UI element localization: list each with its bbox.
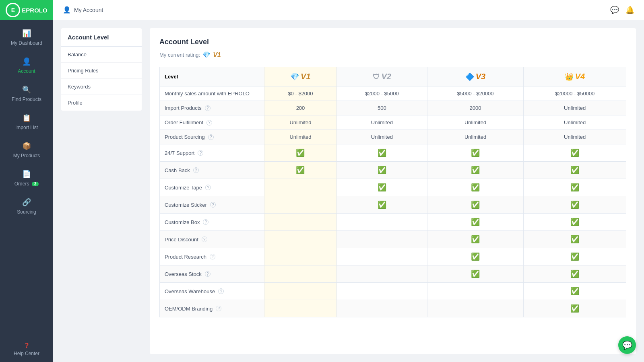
topbar-title: My Account [74, 7, 103, 13]
help-tooltip-icon[interactable]: ? [210, 254, 215, 259]
help-tooltip-icon[interactable]: ? [198, 150, 203, 156]
cell-v4: ✅ [524, 300, 626, 317]
feature-name: Monthly sales amount with EPROLO [160, 86, 264, 101]
v3-gem: 🔷 [465, 73, 474, 81]
message-icon[interactable]: 💬 [610, 6, 619, 14]
help-tooltip-icon[interactable]: ? [205, 271, 211, 277]
cell-v4: Unlimited [524, 115, 626, 130]
account-icon: 👤 [22, 57, 31, 66]
col-v3: 🔷 V3 [427, 67, 524, 86]
check-icon: ✅ [296, 166, 305, 174]
menu-item-keywords[interactable]: Keywords [61, 79, 142, 95]
check-icon: ✅ [570, 183, 579, 191]
help-tooltip-icon[interactable]: ? [210, 202, 216, 208]
topbar-user-icon: 👤 [63, 6, 71, 14]
help-label: Help Center [14, 351, 39, 356]
cell-v4: Unlimited [524, 130, 626, 144]
sidebar-item-sourcing[interactable]: 🔗 Sourcing [0, 192, 53, 220]
help-center[interactable]: ❓ Help Center [10, 337, 43, 362]
cell-v1 [264, 179, 337, 196]
table-row: Cash Back?✅✅✅✅ [160, 162, 626, 179]
check-icon: ✅ [570, 201, 579, 209]
notification-icon[interactable]: 🔔 [625, 6, 634, 14]
cell-v1 [264, 231, 337, 248]
left-menu: Account Level Balance Pricing Rules Keyw… [61, 28, 142, 354]
cell-v3: ✅ [427, 265, 524, 283]
cell-v2: Unlimited [336, 115, 427, 130]
sidebar-item-dashboard[interactable]: 📊 My Dashboard [0, 23, 53, 51]
sidebar-item-label: Account [18, 68, 35, 74]
v4-heading: V4 [575, 72, 585, 81]
menu-item-pricing-rules[interactable]: Pricing Rules [61, 63, 142, 79]
cell-v4: ✅ [524, 196, 626, 214]
menu-item-profile[interactable]: Profile [61, 95, 142, 111]
col-level: Level [160, 67, 264, 86]
cell-v4: ✅ [524, 283, 626, 300]
cell-v2 [336, 214, 427, 231]
cell-v3 [427, 300, 524, 317]
feature-name: Import Products? [160, 101, 264, 115]
sidebar-nav: 📊 My Dashboard 👤 Account 🔍 Find Products… [0, 20, 53, 337]
rating-label: My current rating: [159, 52, 200, 58]
feature-name: Price Discount? [160, 231, 264, 248]
help-tooltip-icon[interactable]: ? [206, 120, 212, 125]
right-panel: Account Level My current rating: 💎 V1 Le… [150, 28, 636, 354]
help-tooltip-icon[interactable]: ? [203, 219, 208, 225]
cell-v2: ✅ [336, 196, 427, 214]
panel-title: Account Level [159, 38, 626, 46]
feature-name: Overseas Stock? [160, 265, 264, 283]
sidebar-item-label: Import List [15, 125, 38, 130]
menu-item-balance[interactable]: Balance [61, 47, 142, 63]
feature-name: Customize Sticker? [160, 196, 264, 214]
check-icon: ✅ [378, 149, 386, 157]
feature-name: Order Fulfillment? [160, 115, 264, 130]
help-tooltip-icon[interactable]: ? [202, 237, 207, 242]
sidebar-item-find-products[interactable]: 🔍 Find Products [0, 80, 53, 108]
check-icon: ✅ [570, 270, 579, 278]
cell-v3: Unlimited [427, 130, 524, 144]
v1-label-small: V1 [213, 51, 221, 59]
table-row: Overseas Warehouse?✅ [160, 283, 626, 300]
v1-heading: V1 [301, 72, 310, 81]
help-tooltip-icon[interactable]: ? [216, 306, 221, 311]
sidebar-item-my-products[interactable]: 📦 My Products [0, 136, 53, 164]
table-row: Customize Box?✅✅ [160, 214, 626, 231]
cell-v1 [264, 300, 337, 317]
help-tooltip-icon[interactable]: ? [193, 167, 199, 173]
help-tooltip-icon[interactable]: ? [218, 288, 224, 294]
feature-name: OEM/ODM Branding? [160, 300, 264, 317]
current-rating: My current rating: 💎 V1 [159, 51, 626, 59]
help-tooltip-icon[interactable]: ? [205, 105, 211, 111]
cell-v1 [264, 214, 337, 231]
sidebar: E EPROLO 📊 My Dashboard 👤 Account 🔍 Find… [0, 0, 53, 362]
dashboard-icon: 📊 [22, 29, 31, 38]
help-tooltip-icon[interactable]: ? [208, 134, 214, 140]
cell-v3: ✅ [427, 231, 524, 248]
help-tooltip-icon[interactable]: ? [205, 185, 211, 190]
table-row: Order Fulfillment?UnlimitedUnlimitedUnli… [160, 115, 626, 130]
cell-v2: ✅ [336, 179, 427, 196]
cell-v4: ✅ [524, 265, 626, 283]
cell-v3 [427, 283, 524, 300]
my-products-icon: 📦 [22, 142, 31, 150]
feature-name: Product Research? [160, 248, 264, 265]
sidebar-item-label: Find Products [12, 97, 41, 102]
check-icon: ✅ [570, 149, 579, 157]
chat-button[interactable]: 💬 [618, 336, 636, 354]
check-icon: ✅ [570, 235, 579, 243]
cell-v2: 500 [336, 101, 427, 115]
cell-v3: ✅ [427, 179, 524, 196]
content-area: Account Level Balance Pricing Rules Keyw… [53, 20, 644, 362]
cell-v4: $20000 - $50000 [524, 86, 626, 101]
cell-v2 [336, 265, 427, 283]
logo[interactable]: E EPROLO [0, 0, 53, 20]
v2-heading: V2 [381, 72, 391, 81]
cell-v1 [264, 196, 337, 214]
sidebar-item-import-list[interactable]: 📋 Import List [0, 108, 53, 136]
cell-v1: Unlimited [264, 130, 337, 144]
sidebar-item-orders[interactable]: 📄 Orders 3 [0, 164, 53, 192]
sidebar-item-account[interactable]: 👤 Account [0, 51, 53, 80]
cell-v3: ✅ [427, 196, 524, 214]
table-row: Customize Tape?✅✅✅ [160, 179, 626, 196]
feature-name: Overseas Warehouse? [160, 283, 264, 300]
